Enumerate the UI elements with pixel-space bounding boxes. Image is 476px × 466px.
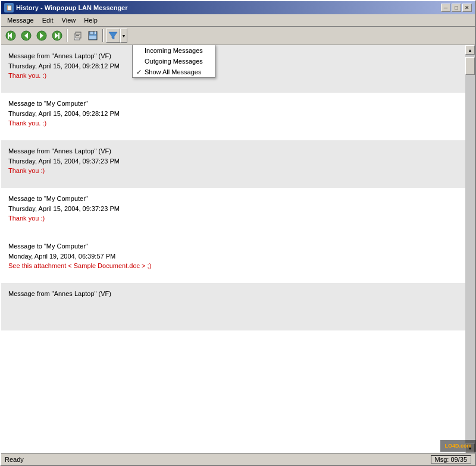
messages-container[interactable]: Message from "Annes Laptop" (VF) Thursda…: [1, 45, 465, 453]
minimize-button[interactable]: ─: [441, 4, 450, 12]
nav-next-icon: [36, 30, 47, 41]
message-text: Thank you :): [8, 215, 458, 222]
title-bar: 📋 History - Winpopup LAN Messenger ─ □ ✕: [1, 1, 475, 14]
message-entry: Message from "Annes Laptop" (VF): [1, 283, 465, 330]
filter-show-all[interactable]: Show All Messages: [133, 67, 215, 77]
toolbar-separator-1: [67, 29, 68, 42]
message-text: Thank you. :): [8, 72, 458, 79]
scrollbar: ▲ ▼: [465, 45, 475, 453]
message-date: Monday, April 19, 2004, 06:39:57 PM: [8, 251, 458, 262]
svg-rect-16: [90, 32, 93, 34]
nav-last-button[interactable]: [50, 29, 64, 43]
filter-button[interactable]: [106, 29, 120, 43]
svg-rect-12: [76, 33, 80, 33]
save-icon: [87, 30, 98, 41]
window-title: History - Winpopup LAN Messenger: [16, 4, 128, 11]
menu-view[interactable]: View: [58, 15, 80, 25]
nav-prev-icon: [21, 30, 32, 41]
message-text: Thank you. :): [8, 119, 458, 127]
menu-bar: Message Edit View Help: [1, 14, 475, 27]
close-button[interactable]: ✕: [462, 4, 472, 12]
svg-rect-14: [76, 35, 79, 36]
message-date: Thursday, April 15, 2004, 09:37:23 PM: [8, 156, 458, 166]
content-area: Message from "Annes Laptop" (VF) Thursda…: [1, 45, 475, 453]
nav-last-icon: [52, 30, 62, 41]
filter-icon: [108, 31, 118, 40]
title-bar-buttons: ─ □ ✕: [441, 4, 472, 12]
watermark: LO4D.com: [440, 440, 476, 452]
toolbar-separator-2: [102, 29, 104, 42]
maximize-button[interactable]: □: [452, 4, 461, 12]
svg-rect-18: [95, 32, 96, 34]
filter-button-wrap: ▼: [106, 29, 127, 43]
filter-outgoing[interactable]: Outgoing Messages: [133, 56, 215, 67]
message-entry: Message from "Annes Laptop" (VF) Thursda…: [1, 140, 465, 188]
filter-dropdown-menu: Incoming Messages Outgoing Messages Show…: [132, 45, 215, 78]
message-header: Message to "My Computer" Thursday, April…: [8, 99, 458, 118]
copy-icon: [72, 30, 83, 41]
message-from: Message from "Annes Laptop" (VF): [8, 51, 458, 61]
message-text: Thank you :): [8, 167, 458, 174]
save-button[interactable]: [86, 29, 100, 43]
svg-marker-19: [109, 32, 117, 39]
toolbar: ▼ Incoming Messages Outgoing Messages Sh…: [1, 27, 475, 45]
scroll-track[interactable]: [465, 55, 475, 443]
message-to: Message to "My Computer": [8, 241, 458, 251]
menu-edit[interactable]: Edit: [39, 15, 57, 25]
message-header: Message from "Annes Laptop" (VF) Thursda…: [8, 146, 458, 166]
message-entry: Message to "My Computer" Monday, April 1…: [1, 235, 465, 283]
message-text: See this attachment < Sample Document.do…: [8, 262, 458, 269]
nav-first-icon: [5, 30, 16, 41]
message-date: Thursday, April 15, 2004, 09:28:12 PM: [8, 61, 458, 71]
app-icon: 📋: [4, 3, 14, 12]
nav-first-button[interactable]: [4, 29, 18, 43]
message-from: Message from "Annes Laptop" (VF): [8, 289, 458, 299]
message-from: Message from "Annes Laptop" (VF): [8, 146, 458, 156]
message-header: Message from "Annes Laptop" (VF) Thursda…: [8, 51, 458, 71]
menu-message[interactable]: Message: [4, 15, 37, 25]
scroll-thumb[interactable]: [465, 57, 475, 75]
main-window: 📋 History - Winpopup LAN Messenger ─ □ ✕…: [0, 0, 476, 466]
scroll-up-arrow[interactable]: ▲: [465, 45, 475, 55]
message-header: Message to "My Computer" Monday, April 1…: [8, 241, 458, 261]
nav-prev-button[interactable]: [19, 29, 33, 43]
title-bar-left: 📋 History - Winpopup LAN Messenger: [4, 3, 128, 12]
status-bar: Ready Msg: 09/35: [1, 453, 475, 465]
status-text-left: Ready: [5, 456, 24, 463]
menu-help[interactable]: Help: [80, 15, 101, 25]
message-date: Thursday, April 15, 2004, 09:28:12 PM: [8, 109, 458, 119]
filter-dropdown-arrow[interactable]: ▼: [120, 29, 127, 43]
message-entry: Message from "Annes Laptop" (VF) Thursda…: [1, 45, 465, 93]
message-to: Message to "My Computer": [8, 99, 458, 109]
message-header: Message to "My Computer" Thursday, April…: [8, 194, 458, 213]
message-entry: Message to "My Computer" Thursday, April…: [1, 93, 465, 140]
message-date: Thursday, April 15, 2004, 09:37:23 PM: [8, 204, 458, 214]
svg-rect-2: [8, 33, 9, 39]
message-to: Message to "My Computer": [8, 194, 458, 204]
status-text-right: Msg: 09/35: [431, 455, 471, 464]
nav-next-button[interactable]: [35, 29, 49, 43]
message-header: Message from "Annes Laptop" (VF): [8, 289, 458, 299]
svg-rect-9: [58, 33, 60, 39]
svg-rect-17: [89, 36, 96, 39]
filter-incoming[interactable]: Incoming Messages: [133, 45, 215, 56]
message-entry: Message to "My Computer" Thursday, April…: [1, 188, 465, 235]
copy-button[interactable]: [70, 29, 84, 43]
svg-rect-13: [76, 34, 80, 34]
